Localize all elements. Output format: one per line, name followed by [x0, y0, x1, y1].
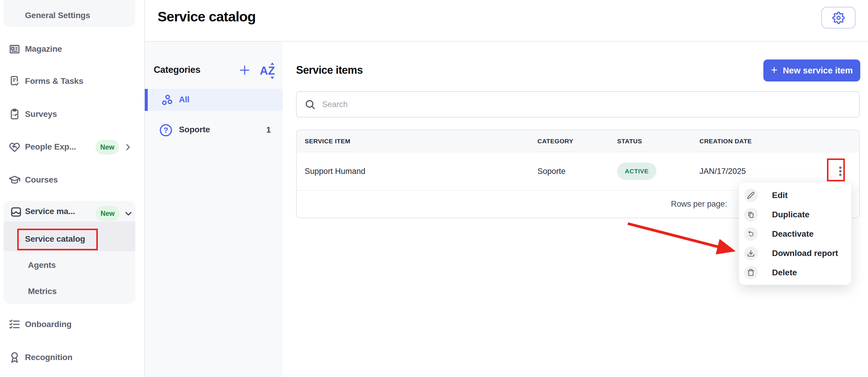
- category-label: Soporte: [179, 125, 210, 134]
- graduation-cap-icon: [8, 173, 21, 186]
- sidebar-item-label: Service ma...: [25, 207, 75, 216]
- search-icon: [304, 99, 316, 110]
- search-input[interactable]: [322, 100, 859, 109]
- sidebar-item-label: People Exp...: [25, 142, 76, 152]
- sidebar-group-service-management: Service ma... New Service catalog Agents…: [4, 201, 135, 304]
- sidebar-item-label: Recognition: [25, 353, 72, 362]
- heart-handshake-icon: [8, 140, 21, 153]
- help-circle-icon: ?: [159, 123, 173, 137]
- sidebar-item-courses[interactable]: Courses: [0, 170, 145, 189]
- settings-gear-button[interactable]: [821, 7, 856, 29]
- row-actions-context-menu: Edit Duplicate Deactivate Download repor…: [739, 183, 851, 285]
- inbox-icon: [9, 206, 23, 219]
- sidebar-item-metrics[interactable]: Metrics: [28, 287, 57, 296]
- categories-title: Categories: [154, 65, 200, 75]
- sidebar-item-magazine[interactable]: Magazine: [0, 39, 145, 59]
- rows-per-page-label: Rows per page:: [671, 199, 727, 209]
- sidebar-item-agents[interactable]: Agents: [28, 260, 56, 270]
- cell-service-item: Support Humand: [305, 167, 537, 176]
- menu-item-duplicate[interactable]: Duplicate: [739, 205, 851, 224]
- column-header-service-item: SERVICE ITEM: [305, 138, 537, 145]
- new-badge: New: [96, 140, 119, 154]
- add-category-icon[interactable]: [239, 64, 251, 76]
- menu-item-delete[interactable]: Delete: [739, 263, 851, 282]
- menu-item-label: Delete: [772, 268, 797, 277]
- chevron-right-icon[interactable]: [123, 142, 133, 152]
- download-icon: [744, 247, 758, 260]
- form-check-icon: [8, 75, 21, 88]
- pencil-icon: [744, 189, 758, 202]
- sidebar-item-label: Onboarding: [25, 320, 72, 329]
- new-service-item-label: New service item: [783, 66, 852, 75]
- sidebar-item-label: Magazine: [25, 44, 62, 54]
- menu-item-edit[interactable]: Edit: [739, 186, 851, 205]
- gear-icon: [832, 11, 845, 24]
- menu-item-label: Download report: [772, 249, 838, 258]
- sidebar: General Settings Magazine Forms & Tasks …: [0, 0, 145, 377]
- category-count: 1: [266, 125, 271, 135]
- search-box: [296, 91, 860, 118]
- column-header-status: STATUS: [617, 138, 700, 145]
- table-header-row: SERVICE ITEM CATEGORY STATUS CREATION DA…: [297, 130, 859, 152]
- sidebar-item-label: Forms & Tasks: [25, 76, 83, 86]
- deactivate-rotate-icon: [744, 227, 758, 241]
- sidebar-item-forms-tasks[interactable]: Forms & Tasks: [0, 72, 145, 91]
- sidebar-item-label: Courses: [25, 175, 58, 185]
- status-badge: ACTIVE: [617, 163, 656, 180]
- sidebar-item-label: Surveys: [25, 109, 57, 119]
- selected-indicator-bar: [145, 89, 148, 111]
- svg-text:AZ: AZ: [260, 65, 275, 77]
- sidebar-item-people-exp[interactable]: People Exp... New: [0, 137, 145, 156]
- copy-icon: [744, 208, 758, 221]
- menu-item-label: Deactivate: [772, 229, 814, 239]
- menu-item-download-report[interactable]: Download report: [739, 244, 851, 263]
- menu-item-label: Edit: [772, 191, 788, 200]
- sidebar-item-general-settings[interactable]: General Settings: [4, 0, 135, 27]
- column-header-category: CATEGORY: [537, 138, 617, 145]
- sidebar-item-service-management[interactable]: Service ma... New: [4, 202, 135, 221]
- trash-icon: [744, 266, 758, 280]
- cell-category: Soporte: [537, 167, 617, 176]
- category-item-soporte[interactable]: ? Soporte 1: [145, 120, 283, 140]
- category-label: All: [179, 95, 189, 104]
- all-categories-icon: [160, 93, 174, 107]
- annotation-red-box-service-catalog: [17, 229, 98, 250]
- category-item-all[interactable]: All: [145, 89, 283, 111]
- annotation-red-box-kebab: [827, 158, 845, 181]
- service-catalog-page: General Settings Magazine Forms & Tasks …: [0, 0, 868, 377]
- cell-creation-date: JAN/17/2025: [700, 167, 821, 176]
- new-badge: New: [96, 206, 119, 221]
- award-icon: [8, 351, 21, 364]
- menu-item-label: Duplicate: [772, 210, 809, 219]
- chevron-down-icon[interactable]: [123, 209, 133, 219]
- sidebar-item-recognition[interactable]: Recognition: [0, 348, 145, 367]
- magazine-icon: [8, 42, 21, 56]
- clipboard-icon: [8, 107, 21, 121]
- checklist-icon: [8, 318, 21, 331]
- svg-text:?: ?: [163, 126, 168, 135]
- sidebar-item-label: General Settings: [25, 11, 90, 20]
- sort-az-icon[interactable]: AZ: [259, 62, 277, 80]
- new-service-item-button[interactable]: + New service item: [763, 59, 860, 82]
- service-items-title: Service items: [296, 64, 363, 76]
- menu-item-deactivate[interactable]: Deactivate: [739, 224, 851, 244]
- sidebar-item-onboarding[interactable]: Onboarding: [0, 315, 145, 334]
- page-title: Service catalog: [158, 8, 256, 25]
- plus-icon: +: [771, 64, 777, 76]
- sidebar-item-surveys[interactable]: Surveys: [0, 105, 145, 124]
- categories-panel: Categories AZ All ? Soporte 1: [145, 42, 283, 377]
- column-header-creation-date: CREATION DATE: [700, 138, 821, 145]
